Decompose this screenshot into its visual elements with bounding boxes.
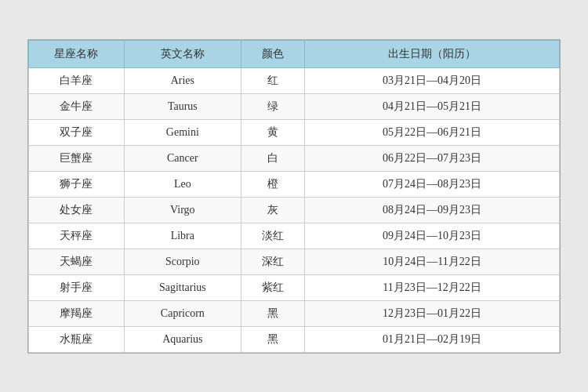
header-color: 颜色: [241, 40, 304, 67]
cell-date: 04月21日—05月21日: [305, 93, 560, 119]
table-row: 天蝎座Scorpio深红10月24日—11月22日: [29, 249, 560, 274]
cell-chinese: 狮子座: [29, 171, 125, 197]
cell-date: 11月23日—12月22日: [305, 274, 560, 300]
cell-english: Virgo: [124, 197, 241, 223]
cell-english: Scorpio: [124, 249, 241, 274]
cell-date: 12月23日—01月22日: [305, 300, 560, 326]
cell-color: 黄: [241, 119, 304, 145]
cell-color: 灰: [241, 197, 304, 223]
cell-chinese: 金牛座: [29, 93, 125, 119]
cell-chinese: 天秤座: [29, 223, 125, 249]
cell-chinese: 白羊座: [29, 67, 125, 93]
table-row: 射手座Sagittarius紫红11月23日—12月22日: [29, 274, 560, 300]
cell-english: Cancer: [124, 145, 241, 171]
table-row: 摩羯座Capricorn黑12月23日—01月22日: [29, 300, 560, 326]
cell-date: 03月21日—04月20日: [305, 67, 560, 93]
table-row: 狮子座Leo橙07月24日—08月23日: [29, 171, 560, 197]
cell-color: 绿: [241, 93, 304, 119]
cell-color: 深红: [241, 249, 304, 274]
table-row: 天秤座Libra淡红09月24日—10月23日: [29, 223, 560, 249]
cell-english: Leo: [124, 171, 241, 197]
table-row: 巨蟹座Cancer白06月22日—07月23日: [29, 145, 560, 171]
cell-english: Gemini: [124, 119, 241, 145]
cell-color: 黑: [241, 326, 304, 352]
cell-chinese: 水瓶座: [29, 326, 125, 352]
cell-chinese: 处女座: [29, 197, 125, 223]
cell-english: Aquarius: [124, 326, 241, 352]
cell-date: 08月24日—09月23日: [305, 197, 560, 223]
table-body: 白羊座Aries红03月21日—04月20日金牛座Taurus绿04月21日—0…: [29, 67, 560, 352]
cell-color: 红: [241, 67, 304, 93]
cell-date: 09月24日—10月23日: [305, 223, 560, 249]
cell-english: Sagittarius: [124, 274, 241, 300]
cell-date: 01月21日—02月19日: [305, 326, 560, 352]
cell-english: Aries: [124, 67, 241, 93]
cell-color: 淡红: [241, 223, 304, 249]
cell-english: Taurus: [124, 93, 241, 119]
cell-color: 白: [241, 145, 304, 171]
zodiac-table: 星座名称 英文名称 颜色 出生日期（阳历） 白羊座Aries红03月21日—04…: [28, 40, 560, 353]
cell-english: Capricorn: [124, 300, 241, 326]
cell-english: Libra: [124, 223, 241, 249]
cell-color: 黑: [241, 300, 304, 326]
table-row: 双子座Gemini黄05月22日—06月21日: [29, 119, 560, 145]
cell-date: 10月24日—11月22日: [305, 249, 560, 274]
table-row: 金牛座Taurus绿04月21日—05月21日: [29, 93, 560, 119]
cell-chinese: 射手座: [29, 274, 125, 300]
table-row: 水瓶座Aquarius黑01月21日—02月19日: [29, 326, 560, 352]
cell-color: 橙: [241, 171, 304, 197]
cell-chinese: 摩羯座: [29, 300, 125, 326]
zodiac-table-container: 星座名称 英文名称 颜色 出生日期（阳历） 白羊座Aries红03月21日—04…: [27, 39, 561, 354]
header-date: 出生日期（阳历）: [305, 40, 560, 67]
cell-date: 05月22日—06月21日: [305, 119, 560, 145]
table-row: 处女座Virgo灰08月24日—09月23日: [29, 197, 560, 223]
header-chinese: 星座名称: [29, 40, 125, 67]
table-header-row: 星座名称 英文名称 颜色 出生日期（阳历）: [29, 40, 560, 67]
cell-color: 紫红: [241, 274, 304, 300]
cell-date: 06月22日—07月23日: [305, 145, 560, 171]
cell-chinese: 双子座: [29, 119, 125, 145]
cell-chinese: 天蝎座: [29, 249, 125, 274]
cell-chinese: 巨蟹座: [29, 145, 125, 171]
table-row: 白羊座Aries红03月21日—04月20日: [29, 67, 560, 93]
header-english: 英文名称: [124, 40, 241, 67]
cell-date: 07月24日—08月23日: [305, 171, 560, 197]
